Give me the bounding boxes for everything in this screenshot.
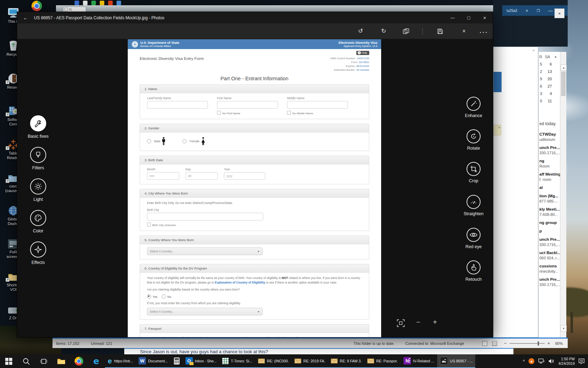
maximize-button[interactable]: ▢	[461, 12, 477, 23]
edge-button[interactable]: e	[88, 354, 105, 368]
scroll-up-icon[interactable]: ▲	[561, 64, 567, 71]
calendar-grid[interactable]: 5 6 2 13 9 20 6 27	[539, 60, 560, 104]
task-view-button[interactable]	[35, 354, 52, 368]
taskbar-app-calculator[interactable]	[171, 354, 183, 368]
redo-icon[interactable]: ↻	[381, 28, 386, 35]
calendar-next-icon[interactable]: ▸	[555, 55, 557, 59]
compare-icon[interactable]	[403, 28, 409, 34]
email-preview-strip[interactable]: Since Jason is out, have you guys had a …	[124, 348, 513, 354]
middle-name-input[interactable]	[287, 101, 348, 109]
appointment-item[interactable]: uct Backl... 060 924, r...	[539, 250, 560, 260]
appointment-item[interactable]: ng group	[539, 220, 560, 225]
zoom-in-icon[interactable]: +	[547, 341, 550, 346]
file-explorer-button[interactable]	[52, 354, 70, 368]
taskbar-app-photos[interactable]: US 86957 - ...	[437, 354, 476, 368]
action-center-icon[interactable]	[579, 359, 584, 364]
calendar-date-cell[interactable]: 5 6	[539, 60, 560, 68]
appointment-item[interactable]: cussions nnectivity...	[539, 264, 560, 274]
eligibility-link[interactable]: Explanation of Country of Eligibility	[215, 281, 265, 284]
eligibility-no-radio[interactable]	[162, 294, 166, 299]
calendar-date-cell[interactable]: 3 4	[539, 90, 560, 97]
scrollbar-thumb[interactable]	[561, 71, 566, 96]
appointment-item[interactable]: unch Pre... 330-1716,,...	[539, 237, 560, 247]
window-icon[interactable]: \u25a3	[506, 9, 517, 13]
close-icon[interactable]: ×	[526, 8, 528, 13]
birth-city-unknown-checkbox[interactable]	[147, 223, 151, 226]
birth-country-select[interactable]: Select A Country...▼	[147, 247, 262, 255]
more-options-icon[interactable]: • • •	[480, 29, 487, 36]
tool-crop[interactable]: Crop	[457, 162, 490, 183]
appointment-item[interactable]: kly Meeti... 7-608-80...	[539, 207, 560, 217]
appointment-item[interactable]: p	[539, 229, 560, 234]
tool-red-eye[interactable]: Red eye	[457, 228, 490, 249]
start-button[interactable]	[0, 354, 18, 368]
chrome-logo[interactable]	[31, 1, 42, 11]
background-close-button[interactable]: ×	[554, 8, 565, 18]
taskbar-app-ttones[interactable]: T-Tones: Si...	[219, 354, 255, 368]
edit-tab-color[interactable]: Color	[22, 210, 54, 233]
taskbar-app-mail-4[interactable]: RE: Passpor...	[364, 354, 401, 368]
tool-enhance[interactable]: Enhance	[457, 97, 490, 118]
female-radio[interactable]	[182, 139, 187, 143]
last-name-input[interactable]	[147, 101, 208, 109]
birth-day-input[interactable]: dd	[186, 172, 218, 180]
edit-tab-filters[interactable]: Filters	[22, 147, 54, 170]
birth-city-input[interactable]	[147, 213, 263, 220]
appointment-item[interactable]: unch Pre... 330-1716,,...	[539, 277, 560, 287]
tray-expand-icon[interactable]: ^	[523, 359, 525, 364]
appointment-item[interactable]: unch Pre... 330-1716,,...	[539, 145, 560, 155]
male-radio[interactable]	[147, 139, 151, 143]
appointment-item[interactable]: al	[539, 185, 560, 190]
help-button[interactable]: ?Help	[356, 51, 369, 55]
minimize-icon[interactable]: —	[548, 8, 553, 13]
appointment-item[interactable]: CTWDay uditorium	[539, 132, 560, 142]
layout-normal-icon[interactable]	[482, 341, 487, 346]
zoom-level[interactable]: 90%	[555, 341, 563, 346]
calendar-date-cell[interactable]: 6 27	[539, 82, 560, 90]
birth-year-input[interactable]: yyyy	[224, 172, 265, 180]
taskbar-app-outlook[interactable]: O Inbox - She...	[183, 354, 219, 368]
calendar-date-cell[interactable]: 9 20	[539, 75, 560, 82]
taskbar-app-word[interactable]: W Document...	[136, 354, 171, 368]
taskbar-search-button[interactable]	[18, 354, 35, 368]
appointment-list[interactable]: CTWDay uditorium unch Pre... 330-1716,,.…	[539, 132, 560, 287]
tool-rotate[interactable]: Rotate	[457, 129, 490, 151]
first-name-input[interactable]	[217, 101, 278, 109]
eligibility-yes-radio[interactable]	[147, 294, 151, 299]
zoom-slider[interactable]	[510, 343, 545, 344]
network-icon[interactable]	[538, 359, 545, 364]
save-copy-icon[interactable]	[437, 28, 443, 34]
zoom-out-icon[interactable]: −	[504, 341, 507, 346]
minimize-button[interactable]: —	[444, 12, 461, 23]
cancel-icon[interactable]: ×	[462, 28, 465, 35]
tool-retouch[interactable]: Retouch	[457, 260, 490, 282]
edit-tab-light[interactable]: Light	[22, 178, 54, 202]
tool-straighten[interactable]: Straighten	[457, 195, 490, 216]
fit-to-screen-icon[interactable]	[397, 319, 405, 327]
calendar-date-cell[interactable]: 0 11	[539, 97, 560, 104]
chrome-button[interactable]	[70, 354, 88, 368]
close-button[interactable]: ×	[477, 12, 493, 23]
taskbar-app-ie[interactable]: e https://intr...	[105, 354, 136, 368]
scroll-down-icon[interactable]: ▼	[561, 325, 567, 332]
edit-tab-basic-fixes[interactable]: Basic fixes	[22, 115, 54, 139]
appointment-item[interactable]: tion (Mg... 877-985-...	[539, 193, 560, 204]
calendar-date-cell[interactable]: 2 13	[539, 68, 560, 75]
appointment-item[interactable]: ng Room	[539, 158, 560, 169]
no-middle-name-checkbox[interactable]	[287, 111, 291, 115]
restore-icon[interactable]: ❐	[537, 9, 540, 13]
taskbar-app-onenote[interactable]: N IV-Related ...	[401, 354, 437, 368]
tray-clock[interactable]: 1:50 PM 4/24/2019	[558, 357, 575, 366]
zoom-out-icon[interactable]: −	[416, 318, 420, 326]
undo-icon[interactable]: ↺	[358, 28, 363, 35]
appointment-item[interactable]: aff Meeting f. room	[539, 172, 560, 182]
taskbar-app-mail-1[interactable]: RE: (INC000...	[255, 354, 292, 368]
zoom-in-icon[interactable]: +	[433, 318, 437, 326]
edit-tab-effects[interactable]: Effects	[22, 241, 54, 265]
reminder-fragment[interactable]: ×	[493, 125, 501, 135]
scrollbar-vertical[interactable]: ▲ ▼	[560, 52, 566, 338]
no-first-name-checkbox[interactable]	[217, 111, 221, 115]
layout-reading-icon[interactable]	[492, 341, 497, 346]
collapse-chevron-icon[interactable]: ^	[533, 49, 534, 53]
taskbar-app-mail-3[interactable]: RE: 9 FAM 3...	[328, 354, 364, 368]
